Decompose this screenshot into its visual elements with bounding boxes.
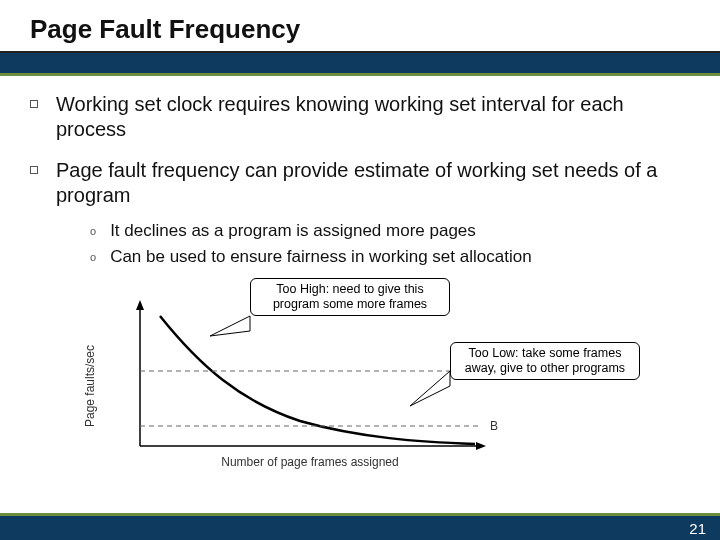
callout-too-low: Too Low: take some frames away, give to … (450, 342, 640, 380)
circle-bullet-icon: o (90, 225, 96, 237)
threshold-b-label: B (490, 419, 498, 433)
sub-bullet-item: o It declines as a program is assigned m… (90, 220, 690, 242)
sub-bullet-item: o Can be used to ensure fairness in work… (90, 246, 690, 268)
circle-bullet-icon: o (90, 251, 96, 263)
page-number: 21 (689, 520, 706, 537)
bullet-item: Page fault frequency can provide estimat… (30, 158, 690, 208)
bullet-text: Working set clock requires knowing worki… (56, 92, 690, 142)
bullet-text: Page fault frequency can provide estimat… (56, 158, 690, 208)
x-axis-arrow-icon (476, 442, 486, 450)
footer-bar: 21 (0, 516, 720, 540)
chart: Page faults/sec A B Number of page frame… (80, 276, 640, 476)
sub-bullet-list: o It declines as a program is assigned m… (30, 220, 690, 268)
callout-high-pointer-icon (210, 316, 250, 336)
sub-bullet-text: It declines as a program is assigned mor… (110, 220, 476, 242)
callout-too-high: Too High: need to give this program some… (250, 278, 450, 316)
fault-rate-curve (160, 316, 475, 444)
header-bar (0, 53, 720, 73)
bullet-item: Working set clock requires knowing worki… (30, 92, 690, 142)
chart-ylabel: Page faults/sec (83, 345, 97, 427)
content-area: Working set clock requires knowing worki… (0, 76, 720, 476)
square-bullet-icon (30, 166, 38, 174)
sub-bullet-text: Can be used to ensure fairness in workin… (110, 246, 531, 268)
y-axis-arrow-icon (136, 300, 144, 310)
page-title: Page Fault Frequency (30, 14, 720, 45)
square-bullet-icon (30, 100, 38, 108)
chart-xlabel: Number of page frames assigned (221, 455, 398, 469)
callout-low-pointer-icon (410, 371, 450, 406)
